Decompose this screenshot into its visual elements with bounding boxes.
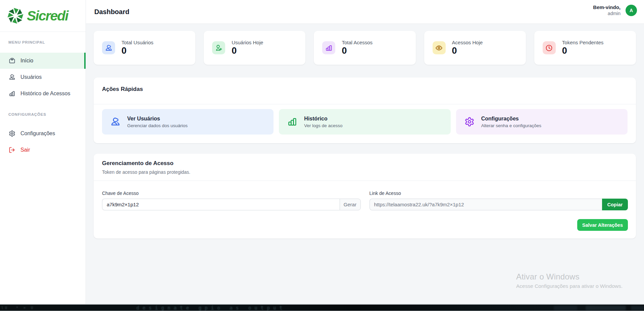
windows-activation-watermark: Ativar o Windows Acesse Configurações pa…: [516, 272, 623, 289]
stat-value: 0: [232, 46, 263, 56]
avatar[interactable]: A: [626, 5, 637, 16]
screen: Sicredi MENU PRINCIPAL Início Usuários: [0, 0, 644, 311]
bar-chart-icon: [287, 117, 297, 127]
users-icon: [102, 41, 115, 54]
quick-actions-title: Ações Rápidas: [102, 86, 628, 93]
sidebar-item-label: Usuários: [20, 74, 42, 80]
tile-subtitle: Ver logs de acesso: [304, 123, 342, 128]
sidebar-item-sair[interactable]: Sair: [0, 142, 86, 158]
stat-card-usuarios-hoje: Usuários Hoje 0: [204, 31, 305, 65]
action-tile-configuracoes[interactable]: Configurações Alterar senha e configuraç…: [456, 109, 628, 135]
stat-card-total-usuarios: Total Usuários 0: [94, 31, 195, 65]
app-window: Sicredi MENU PRINCIPAL Início Usuários: [0, 0, 644, 304]
background-window-text: designate gpio as output: [136, 305, 286, 311]
tile-title: Histórico: [304, 116, 342, 122]
access-management-subtitle: Token de acesso para páginas protegidas.: [102, 169, 628, 175]
page-title: Dashboard: [94, 8, 129, 16]
logout-icon: [9, 147, 15, 153]
watermark-title: Ativar o Windows: [516, 272, 623, 281]
sicredi-pinwheel-icon: [7, 7, 24, 24]
quick-actions-header: Ações Rápidas: [94, 77, 636, 104]
stat-label: Usuários Hoje: [232, 40, 263, 45]
save-changes-button[interactable]: Salvar Alterações: [577, 219, 628, 231]
tile-title: Configurações: [481, 116, 541, 122]
quick-action-tiles: Ver Usuários Gerenciar dados dos usuário…: [102, 109, 628, 135]
top-bar: Dashboard Bem-vindo, admin A: [86, 0, 644, 24]
access-link-label: Link de Acesso: [369, 191, 628, 196]
background-window-patch: [631, 306, 644, 310]
username-label: admin: [593, 11, 621, 17]
stat-value: 0: [562, 46, 603, 56]
stat-card-acessos-hoje: Acessos Hoje 0: [424, 31, 526, 65]
sidebar-item-configuracoes[interactable]: Configurações: [0, 125, 86, 142]
logo-area: Sicredi: [0, 0, 86, 32]
sidebar-item-label: Configurações: [20, 131, 55, 137]
bar-chart-icon: [322, 41, 335, 54]
nav-section-label-menu-principal: MENU PRINCIPAL: [0, 40, 86, 44]
users-icon: [110, 117, 120, 127]
sicredi-logo[interactable]: Sicredi: [7, 7, 70, 24]
welcome-text: Bem-vindo, admin: [593, 4, 621, 16]
tile-subtitle: Gerenciar dados dos usuários: [127, 123, 188, 128]
stats-row: Total Usuários 0 Usuários Hoje 0: [94, 31, 636, 65]
stat-card-tokens-pendentes: Tokens Pendentes 0: [534, 31, 636, 65]
sidebar-nav: MENU PRINCIPAL Início Usuários: [0, 32, 86, 158]
access-key-input[interactable]: [102, 199, 340, 210]
background-window-strip-inner: lU * = U designate gpio as output: [0, 305, 644, 311]
access-link-field: Link de Acesso Copiar: [369, 191, 628, 210]
copy-button[interactable]: Copiar: [602, 199, 628, 210]
action-tile-historico[interactable]: Histórico Ver logs de acesso: [279, 109, 450, 135]
user-plus-icon: [212, 41, 225, 54]
background-window-patch: [554, 306, 577, 310]
sidebar: Sicredi MENU PRINCIPAL Início Usuários: [0, 0, 86, 304]
stat-label: Total Acessos: [342, 40, 373, 45]
quick-actions-card: Ações Rápidas Ver Usuários Gerenciar dad…: [94, 77, 636, 143]
stat-label: Total Usuários: [121, 40, 153, 45]
sicredi-wordmark: Sicredi: [27, 9, 70, 23]
gear-icon: [9, 130, 15, 137]
watermark-subtitle: Acesse Configurações para ativar o Windo…: [516, 283, 623, 289]
nav-section-label-configuracoes: CONFIGURAÇÕES: [0, 112, 86, 116]
access-key-field: Chave de Acesso Gerar: [102, 191, 361, 210]
stat-value: 0: [121, 46, 153, 56]
tile-subtitle: Alterar senha e configurações: [481, 123, 541, 128]
user-area: Bem-vindo, admin A: [593, 4, 637, 16]
action-tile-ver-usuarios[interactable]: Ver Usuários Gerenciar dados dos usuário…: [102, 109, 274, 135]
stat-card-total-acessos: Total Acessos 0: [314, 31, 415, 65]
sidebar-item-label: Sair: [20, 147, 30, 153]
bar-chart-icon: [9, 90, 15, 97]
background-window-glyphs: lU * = U: [1, 305, 35, 311]
sidebar-item-label: Histórico de Acessos: [20, 91, 70, 97]
access-key-label: Chave de Acesso: [102, 191, 361, 196]
clock-icon: [543, 41, 556, 54]
sidebar-item-label: Início: [20, 58, 33, 64]
briefcase-icon: [9, 57, 15, 64]
access-management-title: Gerenciamento de Acesso: [102, 160, 628, 167]
access-management-header: Gerenciamento de Acesso Token de acesso …: [94, 154, 636, 181]
access-management-card: Gerenciamento de Acesso Token de acesso …: [94, 154, 636, 239]
gear-icon: [464, 117, 475, 127]
main-area: Dashboard Bem-vindo, admin A: [86, 0, 644, 304]
sidebar-item-usuarios[interactable]: Usuários: [0, 69, 86, 85]
stat-label: Acessos Hoje: [452, 40, 483, 45]
stat-value: 0: [452, 46, 483, 56]
sidebar-item-inicio[interactable]: Início: [0, 53, 86, 69]
sidebar-item-historico-de-acessos[interactable]: Histórico de Acessos: [0, 86, 86, 102]
background-window-patch: [586, 306, 626, 310]
eye-icon: [433, 41, 446, 54]
stat-label: Tokens Pendentes: [562, 40, 603, 45]
tile-title: Ver Usuários: [127, 116, 188, 122]
generate-button[interactable]: Gerar: [340, 199, 361, 210]
users-icon: [9, 74, 15, 81]
welcome-label: Bem-vindo,: [593, 4, 621, 11]
access-link-input[interactable]: [369, 199, 602, 210]
stat-value: 0: [342, 46, 373, 56]
content: Total Usuários 0 Usuários Hoje 0: [86, 24, 644, 304]
background-window-strip: lU * = U designate gpio as output: [0, 304, 644, 311]
